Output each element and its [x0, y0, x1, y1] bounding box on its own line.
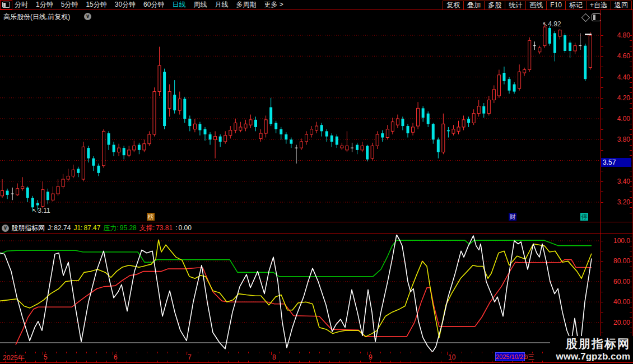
- time-tick: [542, 352, 543, 353]
- indicator-axis-label: 20.00: [605, 319, 630, 326]
- axis-tick: [601, 202, 603, 203]
- time-tick: [127, 352, 127, 353]
- period-menu-item[interactable]: 15分钟: [86, 0, 106, 10]
- time-tick: [15, 352, 16, 353]
- action-menu-item[interactable]: 画线: [526, 1, 547, 10]
- high-price-marker: ↖4.92: [542, 20, 561, 28]
- action-menu-item[interactable]: 返回: [611, 1, 632, 10]
- time-tick: [5, 352, 6, 353]
- action-menu-item[interactable]: 复权: [443, 1, 464, 10]
- indicator-header: ∨ 股朋指标网 J: 82.74J1: 87.47压力: 95.28支撑: 73…: [0, 223, 601, 233]
- time-tick: [350, 352, 350, 353]
- time-tick: [259, 352, 259, 353]
- time-tick: [360, 352, 361, 353]
- period-menu-item[interactable]: 多周期: [236, 0, 256, 10]
- action-menu-item[interactable]: F10: [547, 1, 566, 10]
- time-tick: [106, 352, 107, 353]
- time-tick: [188, 352, 188, 353]
- axis-tick: [601, 282, 603, 282]
- action-menu-item[interactable]: +自选: [587, 1, 611, 10]
- candlestick-chart[interactable]: ↖3.11 ↖4.92: [0, 22, 601, 222]
- period-menu-item[interactable]: 5分钟: [61, 0, 78, 10]
- month-tick: [187, 352, 187, 355]
- time-tick: [472, 352, 472, 353]
- time-tick: [421, 352, 421, 353]
- axis-tick: [601, 77, 603, 78]
- time-tick: [86, 352, 87, 353]
- time-tick: [178, 352, 178, 353]
- panel-glyph-icon: [2, 2, 10, 8]
- indicator-field-value: 73.81: [156, 224, 173, 232]
- time-tick: [228, 352, 229, 353]
- axis-tick: [601, 87, 603, 88]
- time-tick: [248, 352, 249, 353]
- time-tick: [309, 352, 310, 353]
- indicator-name[interactable]: 股朋指标网: [11, 223, 45, 233]
- price-axis-label: 4.40: [605, 73, 630, 81]
- price-axis-label: 4.00: [605, 115, 630, 123]
- action-menu-item[interactable]: 标记: [566, 1, 587, 10]
- time-tick: [441, 352, 441, 353]
- time-tick: [390, 352, 391, 353]
- chevron-down-circle-icon[interactable]: ∨: [2, 225, 9, 232]
- time-tick: [218, 352, 218, 353]
- diamond-icon[interactable]: [581, 13, 590, 22]
- time-tick: [299, 352, 300, 353]
- time-tick: [380, 352, 381, 353]
- period-menu-item[interactable]: 月线: [215, 0, 228, 10]
- axis-tick: [601, 333, 603, 333]
- action-menu-item[interactable]: 多股: [485, 1, 505, 10]
- axis-tick: [601, 46, 603, 46]
- layout-toggle-icon[interactable]: [0, 0, 12, 10]
- axis-tick: [601, 251, 603, 251]
- panel-layout-icon[interactable]: [592, 13, 601, 21]
- action-menu-item[interactable]: 叠加: [464, 1, 485, 10]
- event-badge[interactable]: 停: [580, 213, 588, 221]
- month-tick: [113, 352, 113, 355]
- time-tick: [25, 352, 26, 353]
- indicator-line-pressure-green: [0, 240, 592, 277]
- watermark-url: www.7gpzb.com: [556, 351, 630, 362]
- panel-divider[interactable]: [0, 222, 633, 222]
- period-menu-item[interactable]: 更多 >: [264, 0, 283, 10]
- price-axis-label: 4.80: [605, 31, 630, 39]
- month-tick: [271, 352, 272, 355]
- watermark-title: 股朋指标网: [556, 337, 630, 351]
- arrow-up-left-icon: ↖: [542, 21, 547, 27]
- time-tick: [462, 352, 462, 353]
- period-menu-item[interactable]: 1分钟: [36, 0, 53, 10]
- time-tick: [289, 352, 290, 353]
- axis-tick: [601, 272, 603, 272]
- indicator-chart[interactable]: [0, 235, 601, 352]
- action-menu-item[interactable]: 统计: [505, 1, 526, 10]
- month-label: 7: [188, 353, 192, 361]
- period-menu-item[interactable]: 分时: [15, 0, 28, 10]
- indicator-axis-label: 80.00: [605, 257, 630, 265]
- period-menu: 分时1分钟5分钟15分钟30分钟60分钟日线周线月线多周期更多 >: [15, 0, 283, 10]
- year-label: 2025年: [3, 353, 25, 363]
- watermark: 股朋指标网 www.7gpzb.com: [550, 336, 632, 362]
- period-menu-item[interactable]: 日线: [172, 0, 185, 10]
- axis-tick: [601, 119, 603, 119]
- chevron-down-circle-icon[interactable]: ∨: [84, 13, 91, 20]
- time-tick: [401, 352, 401, 353]
- period-menu-item[interactable]: 60分钟: [143, 0, 164, 10]
- axis-tick: [601, 139, 603, 140]
- time-tick: [66, 352, 67, 353]
- month-tick: [43, 352, 43, 355]
- month-label: 5: [44, 353, 48, 361]
- indicator-field-value: 95.28: [120, 224, 137, 232]
- axis-tick: [601, 302, 603, 302]
- period-menu-item[interactable]: 30分钟: [115, 0, 136, 10]
- axis-tick: [601, 261, 603, 262]
- time-tick: [35, 352, 36, 353]
- price-axis-label: 3.40: [605, 178, 630, 185]
- period-menu-item[interactable]: 周线: [193, 0, 207, 10]
- time-tick: [45, 352, 46, 353]
- axis-tick: [601, 192, 603, 192]
- event-badge[interactable]: 榜: [147, 213, 155, 221]
- event-badge[interactable]: 财: [509, 213, 516, 221]
- indicator-field-label: :: [175, 224, 177, 232]
- month-label: 8: [272, 353, 276, 361]
- time-tick: [329, 352, 330, 353]
